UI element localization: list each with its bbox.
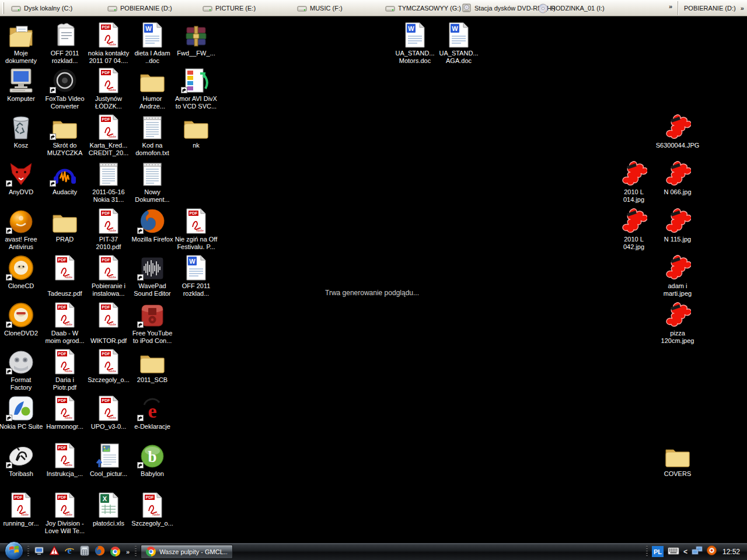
svg-text:Adobe: Adobe <box>109 276 117 279</box>
svg-text:Adobe: Adobe <box>65 513 73 516</box>
splat-icon <box>616 158 651 187</box>
toolbar-drive-c[interactable]: Dysk lokalny (C:) <box>9 2 74 15</box>
desktop-icon-nk[interactable]: nk <box>168 111 224 149</box>
clonedvd-icon <box>4 299 39 328</box>
pdf-icon: PDFAdobe <box>135 489 170 518</box>
toolbar-drive-f[interactable]: MUSIC (F:) <box>295 2 344 15</box>
clock[interactable]: 12:52 <box>722 548 740 556</box>
svg-text:W: W <box>145 25 152 32</box>
desktop-icon-label: FormatFactory <box>11 376 32 391</box>
desktop-icon-fwd-fw[interactable]: Fwd__FW_... <box>168 19 224 57</box>
quicklaunch-overflow-chevron-icon[interactable]: » <box>125 548 131 555</box>
desktop-icon-nie-zgin[interactable]: PDFAdobeNie zgiń na OffFestivalu. P... <box>168 205 224 251</box>
toolbar-drive-e[interactable]: PICTURE (E:) <box>201 2 257 15</box>
firefox-icon <box>135 205 170 234</box>
desktop-icon-adam-i-marti[interactable]: adam imarti.jpeg <box>650 251 706 298</box>
desktop-icon-label: S6300044.JPG <box>656 142 700 149</box>
taskband-grip[interactable] <box>135 546 137 558</box>
svg-text:W: W <box>189 258 196 265</box>
pdf-icon: PDFAdobe <box>47 489 82 518</box>
quicklaunch-chrome[interactable] <box>109 546 121 558</box>
tray-collapse-chevron-icon[interactable]: < <box>683 548 687 556</box>
desktop-icon-off-2011-rozklad-2[interactable]: WOFF 2011rozklad... <box>168 251 224 298</box>
svg-text:W: W <box>408 25 414 32</box>
show-desktop-icon <box>34 545 44 558</box>
quicklaunch-show-desktop[interactable] <box>33 546 45 558</box>
quicklaunch-calculator[interactable] <box>79 546 90 558</box>
edekl-icon: e <box>135 392 170 421</box>
toolbar-overflow-chevron-icon[interactable]: » <box>669 3 672 10</box>
desktop-icon-2011-scb[interactable]: 2011_SCB <box>124 345 180 384</box>
desktop-icon-szczegoly-2[interactable]: PDFAdobeSzczegoly_o... <box>124 489 180 527</box>
desktop-icon-label: JustynówŁÓDZK... <box>95 95 122 110</box>
svg-text:PDF: PDF <box>15 495 23 499</box>
desktop-icon-n-066[interactable]: N 066.jpg <box>650 158 706 196</box>
desktop-icon-label: Fwd__FW_... <box>177 50 215 57</box>
splat-icon <box>660 205 695 234</box>
start-button[interactable] <box>5 541 23 560</box>
pdf-icon: PDFAdobe <box>47 392 82 421</box>
svg-text:W: W <box>452 25 458 32</box>
desktop-icon-n-115[interactable]: N 115.jpg <box>650 205 706 243</box>
svg-text:PDF: PDF <box>146 495 155 499</box>
svg-text:PDF: PDF <box>58 258 67 262</box>
desktop-icon-label: Skrót doMUZYCZKA <box>47 142 83 157</box>
quicklaunch-alert[interactable] <box>48 546 60 558</box>
shortcut-arrow-icon <box>6 321 12 328</box>
keyboard-icon[interactable] <box>668 547 679 557</box>
desktop-icon-label: CloneDVD2 <box>4 330 38 337</box>
toolbar-drive-g[interactable]: TYMCZASOWYY (G:) <box>383 2 463 15</box>
desktop-icon-label: Cool_pictur... <box>90 470 127 478</box>
svg-text:PDF: PDF <box>102 25 111 29</box>
desktop-icon-label: Daria iPiotr.pdf <box>53 376 76 391</box>
quicklaunch-internet-explorer[interactable]: e <box>64 546 75 558</box>
desktop-icon-free-youtube-ipod[interactable]: Free YouTubeto iPod Con... <box>124 299 180 345</box>
svg-text:e: e <box>67 545 71 555</box>
desktop-icon-label: 2011_SCB <box>137 376 167 384</box>
toolbar-drive-d[interactable]: POBIERANIE (D:) <box>106 2 174 15</box>
anydvd-icon <box>4 158 39 187</box>
svg-text:PDF: PDF <box>58 398 67 402</box>
desktop-icon-label: OFF 2011rozklad... <box>182 282 211 298</box>
desktop-icon-label: WIKTOR.pdf <box>90 330 127 345</box>
desktop-icon-covers[interactable]: COVERS <box>650 439 706 478</box>
desktop-icon-pizza-120cm[interactable]: pizza120cm.jpeg <box>650 299 706 345</box>
shortcut-arrow-icon <box>181 87 187 93</box>
avast-tray-icon[interactable] <box>707 545 717 558</box>
svg-text:Adobe: Adobe <box>152 513 160 516</box>
nokiapcsuite-icon <box>4 392 39 421</box>
toolbar-drive-i[interactable]: RODZINKA_01 (I:) <box>536 2 606 15</box>
pdf-icon: PDFAdobe <box>47 299 82 328</box>
babylon-icon: b <box>135 439 170 468</box>
taskbar: e » Wasze pulpity - GMCL... PL < 12:52 <box>0 542 747 560</box>
folder-icon <box>135 345 170 374</box>
desktop-icon-nowy-dokument[interactable]: NowyDokument... <box>124 158 180 204</box>
desktop-icon-label: Daab - Wmoim ogrod... <box>45 330 84 345</box>
desktop-icon-e-deklaracje[interactable]: ee-Deklaracje <box>124 392 180 430</box>
word-icon: W <box>397 19 432 48</box>
svg-text:Adobe: Adobe <box>109 370 117 373</box>
desktop-icon-label: nk <box>193 142 200 149</box>
svg-text:PDF: PDF <box>58 305 67 309</box>
desktop-icon-amor-avi[interactable]: Amor AVI DivXto VCD SVC... <box>168 64 224 110</box>
desktop-icon-label: WavePadSound Editor <box>134 282 171 298</box>
desktop-icon-babylon[interactable]: bBabylon <box>124 439 180 478</box>
avast-icon <box>4 205 39 234</box>
toolbar-grip[interactable] <box>2 2 4 14</box>
network-icon[interactable] <box>692 546 703 558</box>
desktop-icon-s6300044[interactable]: S6300044.JPG <box>650 111 706 149</box>
tray-grip[interactable] <box>646 546 648 558</box>
toolbar-right-chevron-icon[interactable]: » <box>741 5 744 12</box>
txt-icon <box>91 158 126 187</box>
shortcut-arrow-icon <box>137 321 144 328</box>
toolbar-right-pane[interactable]: POBIERANIE (D:) » <box>684 2 744 15</box>
desktop-icon-label: Kosz <box>14 142 28 149</box>
audacity-icon <box>47 158 82 187</box>
language-indicator[interactable]: PL <box>652 546 664 557</box>
desktop-icon-label: PRĄD <box>56 236 74 243</box>
quicklaunch-grip[interactable] <box>27 546 29 558</box>
quicklaunch-firefox[interactable] <box>94 546 106 558</box>
pdf-icon: PDFAdobe <box>4 489 39 518</box>
desktop-icon-ua-stand-aga[interactable]: WUA_STAND...AGA.doc <box>431 19 487 65</box>
task-button-wasze-pulpity[interactable]: Wasze pulpity - GMCL... <box>141 545 233 559</box>
